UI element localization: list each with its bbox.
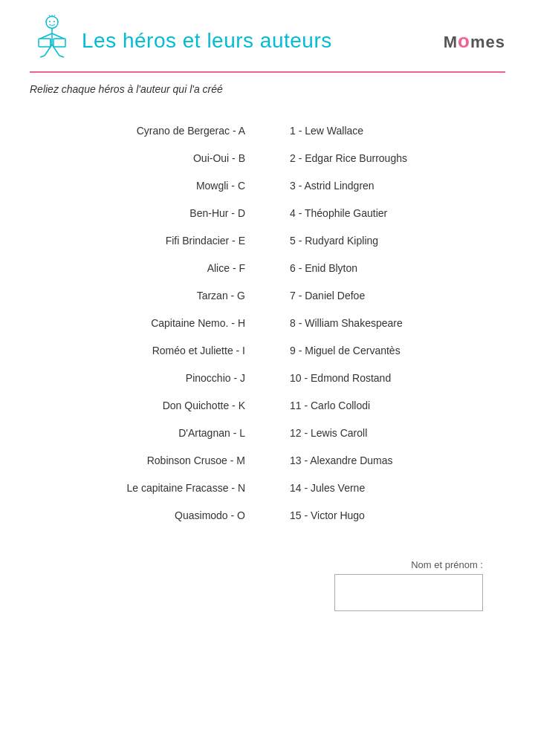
page-title: Les héros et leurs auteurs <box>82 29 332 53</box>
author-item: 1 - Lew Wallace <box>268 117 505 145</box>
svg-line-2 <box>40 33 52 39</box>
author-item: 6 - Enid Blyton <box>268 255 505 282</box>
hero-item: Cyrano de Bergerac - A <box>30 117 268 145</box>
svg-rect-5 <box>54 39 65 47</box>
hero-item: Oui-Oui - B <box>30 145 268 172</box>
footer: Nom et prénom : <box>30 559 505 611</box>
brand-logo: Momes <box>444 30 505 53</box>
brand-o: o <box>458 30 470 52</box>
author-item: 9 - Miguel de Cervantès <box>268 337 505 365</box>
subtitle: Reliez chaque héros à l'auteur qui l'a c… <box>30 83 505 95</box>
hero-item: Pinocchio - J <box>30 365 268 392</box>
main-content: Cyrano de Bergerac - AOui-Oui - BMowgli … <box>30 117 505 529</box>
hero-item: Le capitaine Fracasse - N <box>30 475 268 502</box>
author-item: 5 - Rudyard Kipling <box>268 227 505 255</box>
hero-item: Don Quichotte - K <box>30 392 268 420</box>
header-left: Les héros et leurs auteurs <box>30 15 332 67</box>
authors-list: 1 - Lew Wallace2 - Edgar Rice Burroughs3… <box>268 117 505 529</box>
hero-item: Roméo et Juliette - I <box>30 337 268 365</box>
hero-item: Capitaine Nemo. - H <box>30 310 268 337</box>
svg-point-11 <box>49 21 51 22</box>
author-item: 7 - Daniel Defoe <box>268 282 505 310</box>
author-item: 4 - Théophile Gautier <box>268 200 505 227</box>
hero-item: Tarzan - G <box>30 282 268 310</box>
mascot-icon <box>30 15 74 67</box>
header: Les héros et leurs auteurs Momes <box>30 15 505 67</box>
name-input-box[interactable] <box>334 574 483 611</box>
hero-item: Fifi Brindacier - E <box>30 227 268 255</box>
author-item: 2 - Edgar Rice Burroughs <box>268 145 505 172</box>
author-item: 14 - Jules Verne <box>268 475 505 502</box>
author-item: 8 - William Shakespeare <box>268 310 505 337</box>
author-item: 12 - Lewis Caroll <box>268 420 505 447</box>
hero-item: Alice - F <box>30 255 268 282</box>
hero-item: Mowgli - C <box>30 172 268 200</box>
svg-line-9 <box>40 56 45 57</box>
author-item: 11 - Carlo Collodi <box>268 392 505 420</box>
svg-line-3 <box>52 33 64 39</box>
page: Les héros et leurs auteurs Momes Reliez … <box>0 0 535 756</box>
hero-item: Robinson Crusoe - M <box>30 447 268 475</box>
svg-rect-4 <box>39 39 51 47</box>
header-divider <box>30 71 505 73</box>
hero-item: Ben-Hur - D <box>30 200 268 227</box>
name-label: Nom et prénom : <box>411 559 483 570</box>
hero-item: Quasimodo - O <box>30 502 268 529</box>
author-item: 10 - Edmond Rostand <box>268 365 505 392</box>
svg-line-10 <box>59 56 64 57</box>
heroes-list: Cyrano de Bergerac - AOui-Oui - BMowgli … <box>30 117 268 529</box>
hero-item: D'Artagnan - L <box>30 420 268 447</box>
svg-point-0 <box>46 16 58 28</box>
author-item: 13 - Alexandre Dumas <box>268 447 505 475</box>
author-item: 15 - Victor Hugo <box>268 502 505 529</box>
svg-point-12 <box>54 21 55 22</box>
author-item: 3 - Astrid Lindgren <box>268 172 505 200</box>
